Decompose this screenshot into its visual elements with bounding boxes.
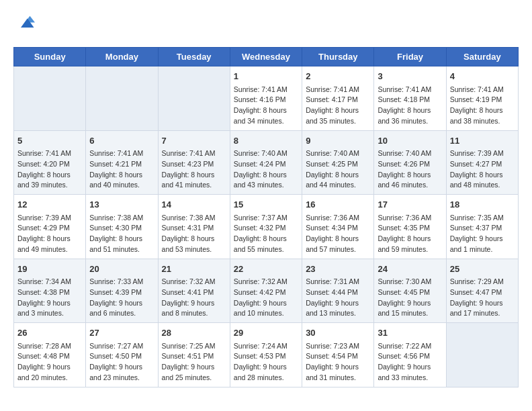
day-number: 28 [162, 326, 226, 340]
calendar-week-row: 12Sunrise: 7:39 AM Sunset: 4:29 PM Dayli… [14, 195, 519, 259]
weekday-header: Tuesday [158, 48, 230, 66]
calendar-week-row: 26Sunrise: 7:28 AM Sunset: 4:48 PM Dayli… [14, 323, 519, 387]
calendar-cell: 26Sunrise: 7:28 AM Sunset: 4:48 PM Dayli… [14, 323, 86, 387]
day-info: Sunrise: 7:30 AM Sunset: 4:45 PM Dayligh… [378, 277, 442, 319]
calendar-cell: 5Sunrise: 7:41 AM Sunset: 4:20 PM Daylig… [14, 130, 86, 195]
calendar-cell: 9Sunrise: 7:40 AM Sunset: 4:25 PM Daylig… [302, 130, 374, 195]
calendar-cell: 2Sunrise: 7:41 AM Sunset: 4:17 PM Daylig… [302, 66, 374, 131]
calendar-cell: 12Sunrise: 7:39 AM Sunset: 4:29 PM Dayli… [14, 195, 86, 259]
day-info: Sunrise: 7:39 AM Sunset: 4:29 PM Dayligh… [17, 213, 82, 255]
calendar-cell: 24Sunrise: 7:30 AM Sunset: 4:45 PM Dayli… [374, 259, 446, 323]
calendar-cell: 15Sunrise: 7:37 AM Sunset: 4:32 PM Dayli… [230, 195, 302, 259]
day-number: 18 [450, 198, 515, 212]
day-number: 7 [162, 134, 226, 148]
calendar-cell: 19Sunrise: 7:34 AM Sunset: 4:38 PM Dayli… [14, 259, 86, 323]
calendar-week-row: 19Sunrise: 7:34 AM Sunset: 4:38 PM Dayli… [14, 259, 519, 323]
calendar-cell: 16Sunrise: 7:36 AM Sunset: 4:34 PM Dayli… [302, 195, 374, 259]
day-number: 3 [378, 70, 442, 83]
day-info: Sunrise: 7:36 AM Sunset: 4:35 PM Dayligh… [378, 213, 442, 255]
day-number: 6 [89, 134, 154, 148]
calendar-cell [446, 323, 518, 387]
calendar-cell: 18Sunrise: 7:35 AM Sunset: 4:37 PM Dayli… [446, 195, 518, 259]
day-info: Sunrise: 7:29 AM Sunset: 4:47 PM Dayligh… [450, 277, 515, 319]
day-number: 29 [234, 326, 298, 340]
day-number: 21 [162, 263, 226, 276]
day-info: Sunrise: 7:22 AM Sunset: 4:56 PM Dayligh… [378, 341, 442, 383]
day-info: Sunrise: 7:41 AM Sunset: 4:23 PM Dayligh… [162, 148, 226, 191]
calendar-header: SundayMondayTuesdayWednesdayThursdayFrid… [14, 48, 519, 66]
day-number: 26 [17, 326, 82, 340]
calendar-cell: 21Sunrise: 7:32 AM Sunset: 4:41 PM Dayli… [158, 259, 230, 323]
day-info: Sunrise: 7:41 AM Sunset: 4:20 PM Dayligh… [17, 148, 82, 191]
day-info: Sunrise: 7:36 AM Sunset: 4:34 PM Dayligh… [306, 213, 370, 255]
calendar-cell: 3Sunrise: 7:41 AM Sunset: 4:18 PM Daylig… [374, 66, 446, 131]
calendar-cell: 25Sunrise: 7:29 AM Sunset: 4:47 PM Dayli… [446, 259, 518, 323]
day-info: Sunrise: 7:40 AM Sunset: 4:24 PM Dayligh… [234, 148, 298, 191]
day-info: Sunrise: 7:41 AM Sunset: 4:16 PM Dayligh… [234, 85, 298, 127]
day-number: 2 [306, 70, 370, 83]
day-number: 8 [234, 134, 298, 148]
day-number: 12 [17, 198, 82, 212]
calendar-cell: 31Sunrise: 7:22 AM Sunset: 4:56 PM Dayli… [374, 323, 446, 387]
day-number: 27 [89, 326, 154, 340]
day-number: 9 [306, 134, 370, 148]
weekday-header: Saturday [446, 48, 518, 66]
day-number: 25 [450, 263, 515, 276]
calendar-table: SundayMondayTuesdayWednesdayThursdayFrid… [13, 47, 519, 387]
day-number: 16 [306, 198, 370, 212]
calendar-week-row: 1Sunrise: 7:41 AM Sunset: 4:16 PM Daylig… [14, 66, 519, 131]
day-info: Sunrise: 7:31 AM Sunset: 4:44 PM Dayligh… [306, 277, 370, 319]
day-number: 10 [378, 134, 442, 148]
calendar-cell: 8Sunrise: 7:40 AM Sunset: 4:24 PM Daylig… [230, 130, 302, 195]
day-number: 22 [234, 263, 298, 276]
day-info: Sunrise: 7:27 AM Sunset: 4:50 PM Dayligh… [89, 341, 154, 383]
calendar-cell [158, 66, 230, 131]
weekday-header: Monday [86, 48, 158, 66]
calendar-cell: 23Sunrise: 7:31 AM Sunset: 4:44 PM Dayli… [302, 259, 374, 323]
page-header [13, 13, 519, 36]
calendar-cell: 7Sunrise: 7:41 AM Sunset: 4:23 PM Daylig… [158, 130, 230, 195]
weekday-header: Sunday [14, 48, 86, 66]
weekday-header: Friday [374, 48, 446, 66]
day-info: Sunrise: 7:41 AM Sunset: 4:19 PM Dayligh… [450, 85, 515, 127]
calendar-cell [86, 66, 158, 131]
weekday-row: SundayMondayTuesdayWednesdayThursdayFrid… [14, 48, 519, 66]
day-number: 13 [89, 198, 154, 212]
day-number: 15 [234, 198, 298, 212]
weekday-header: Thursday [302, 48, 374, 66]
calendar-cell: 10Sunrise: 7:40 AM Sunset: 4:26 PM Dayli… [374, 130, 446, 195]
calendar-cell: 27Sunrise: 7:27 AM Sunset: 4:50 PM Dayli… [86, 323, 158, 387]
calendar-cell: 11Sunrise: 7:39 AM Sunset: 4:27 PM Dayli… [446, 130, 518, 195]
day-number: 1 [234, 70, 298, 83]
day-number: 23 [306, 263, 370, 276]
day-info: Sunrise: 7:41 AM Sunset: 4:18 PM Dayligh… [378, 85, 442, 127]
calendar-body: 1Sunrise: 7:41 AM Sunset: 4:16 PM Daylig… [14, 66, 519, 387]
calendar-cell: 6Sunrise: 7:41 AM Sunset: 4:21 PM Daylig… [86, 130, 158, 195]
weekday-header: Wednesday [230, 48, 302, 66]
day-info: Sunrise: 7:41 AM Sunset: 4:21 PM Dayligh… [89, 148, 154, 191]
day-info: Sunrise: 7:41 AM Sunset: 4:17 PM Dayligh… [306, 85, 370, 127]
calendar-cell: 14Sunrise: 7:38 AM Sunset: 4:31 PM Dayli… [158, 195, 230, 259]
calendar-cell: 17Sunrise: 7:36 AM Sunset: 4:35 PM Dayli… [374, 195, 446, 259]
day-number: 11 [450, 134, 515, 148]
day-info: Sunrise: 7:35 AM Sunset: 4:37 PM Dayligh… [450, 213, 515, 255]
calendar-cell: 4Sunrise: 7:41 AM Sunset: 4:19 PM Daylig… [446, 66, 518, 131]
calendar-cell: 1Sunrise: 7:41 AM Sunset: 4:16 PM Daylig… [230, 66, 302, 131]
day-number: 17 [378, 198, 442, 212]
day-number: 24 [378, 263, 442, 276]
calendar-cell: 30Sunrise: 7:23 AM Sunset: 4:54 PM Dayli… [302, 323, 374, 387]
day-info: Sunrise: 7:24 AM Sunset: 4:53 PM Dayligh… [234, 341, 298, 383]
day-number: 5 [17, 134, 82, 148]
day-number: 14 [162, 198, 226, 212]
day-info: Sunrise: 7:28 AM Sunset: 4:48 PM Dayligh… [17, 341, 82, 383]
day-info: Sunrise: 7:38 AM Sunset: 4:31 PM Dayligh… [162, 213, 226, 255]
day-info: Sunrise: 7:23 AM Sunset: 4:54 PM Dayligh… [306, 341, 370, 383]
day-number: 31 [378, 326, 442, 340]
day-info: Sunrise: 7:38 AM Sunset: 4:30 PM Dayligh… [89, 213, 154, 255]
day-info: Sunrise: 7:33 AM Sunset: 4:39 PM Dayligh… [89, 277, 154, 319]
day-info: Sunrise: 7:40 AM Sunset: 4:25 PM Dayligh… [306, 148, 370, 191]
day-info: Sunrise: 7:25 AM Sunset: 4:51 PM Dayligh… [162, 341, 226, 383]
day-info: Sunrise: 7:32 AM Sunset: 4:41 PM Dayligh… [162, 277, 226, 319]
day-info: Sunrise: 7:32 AM Sunset: 4:42 PM Dayligh… [234, 277, 298, 319]
calendar-cell: 29Sunrise: 7:24 AM Sunset: 4:53 PM Dayli… [230, 323, 302, 387]
